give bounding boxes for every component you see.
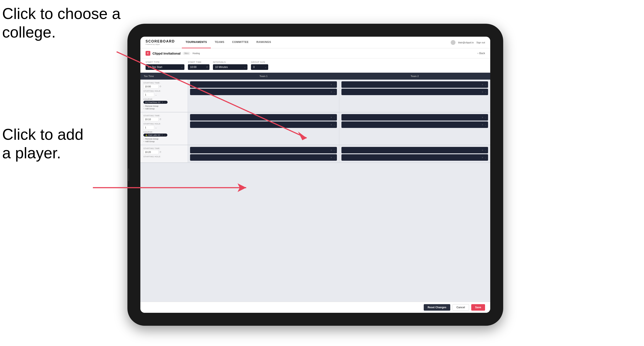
player-slot-1-2[interactable]: ✕ ⌄ (190, 89, 337, 95)
group-left-3: STARTING TIME: ⏱ STARTING HOLE: (140, 145, 188, 163)
group-left-1: STARTING TIME: ⏱ STARTING HOLE: ⌄ COURSE… (140, 80, 188, 112)
add-group-link-2[interactable]: + Add Group (144, 141, 185, 143)
course-arrow-btn-1[interactable]: ⌄ (164, 101, 166, 103)
save-button[interactable]: Save (471, 304, 485, 311)
slot-x-2-2[interactable]: ✕ (330, 124, 332, 126)
slot-arrow-3-t2-2[interactable]: ⌄ (484, 156, 486, 159)
event-type-badge: Men (183, 52, 190, 55)
hole-arrow-1: ⌄ (155, 94, 157, 96)
slot-x-2-1[interactable]: ✕ (330, 116, 332, 119)
tablet-frame: SCOREBOARD Powered by clippd Tournaments… (128, 24, 503, 326)
slot-x-3-t2-1[interactable]: ✕ (482, 149, 483, 152)
slot-arrow-2-2[interactable]: ⌄ (334, 124, 335, 126)
time-icon-2: ⏱ (160, 118, 161, 120)
remove-icon-2: ○ (144, 138, 144, 140)
tablet-side-button (128, 168, 129, 181)
player-slot-3-t2-1[interactable]: ✕ ⌄ (342, 147, 488, 153)
group-team2-1: ✕ ⌄ ✕ ⌄ (339, 80, 490, 112)
add-icon-1: + (144, 108, 144, 110)
group-team2-2: ✕ ⌄ ✕ ⌄ (339, 112, 490, 145)
slot-x-t2-2[interactable]: ✕ (482, 91, 483, 93)
player-slot-3-2[interactable]: ✕ ⌄ (190, 154, 337, 161)
remove-icon-1: ○ (144, 105, 144, 107)
player-slot-1-t2-2[interactable]: ✕ ⌄ (342, 89, 488, 95)
slot-arrow-3-1[interactable]: ⌄ (334, 149, 335, 152)
starting-time-input-2[interactable] (144, 117, 158, 121)
start-type-select[interactable]: 1st Tee Start (146, 64, 184, 70)
tab-teams[interactable]: Teams (211, 37, 228, 48)
start-time-input[interactable] (188, 64, 210, 70)
start-time-input-wrapper (188, 64, 210, 70)
slot-x-t2-1[interactable]: ✕ (482, 83, 483, 86)
group-links-2: ○ Remove Group + Add Group (144, 138, 185, 143)
player-slot-3-t2-2[interactable]: ✕ ⌄ (342, 154, 488, 161)
tab-tournaments[interactable]: Tournaments (182, 37, 211, 48)
group-size-select[interactable]: 3 (251, 64, 268, 70)
slot-arrow-3-t2-1[interactable]: ⌄ (484, 149, 486, 152)
slot-x-3-1[interactable]: ✕ (330, 149, 332, 152)
th-tee-time: Tee Time (140, 73, 188, 80)
player-slot-3-1[interactable]: ✕ ⌄ (190, 147, 337, 153)
group-row-1: STARTING TIME: ⏱ STARTING HOLE: ⌄ COURSE… (140, 80, 490, 112)
tab-committee[interactable]: Committee (228, 37, 253, 48)
hosting-badge: Hosting (192, 52, 200, 55)
starting-hole-label-1: STARTING HOLE: (144, 90, 185, 92)
slot-x-btn[interactable]: ✕ (330, 83, 332, 86)
slot-x-3-2[interactable]: ✕ (330, 156, 332, 159)
logo-subtitle: Powered by clippd (146, 43, 175, 45)
starting-time-input-3[interactable] (144, 150, 158, 154)
remove-group-link-2[interactable]: ○ Remove Group (144, 138, 185, 140)
time-icon-1: ⏱ (160, 85, 161, 88)
slot-arrow-3-2[interactable]: ⌄ (334, 156, 335, 159)
nav-tabs: Tournaments Teams Committee Rankings (182, 37, 451, 48)
slot-arrow-t2-1[interactable]: ⌄ (484, 83, 486, 86)
cancel-button[interactable]: Cancel (452, 304, 469, 311)
event-title-row: C Clippd Invitational Men Hosting (146, 51, 200, 56)
add-group-link-1[interactable]: + Add Group (144, 108, 185, 110)
course-label-1: COURSE: (144, 98, 185, 100)
slot-arrow-t2-2[interactable]: ⌄ (484, 91, 486, 93)
player-slot-1-1[interactable]: ✕ ⌄ (190, 81, 337, 88)
bottom-actions: Reset Changes Cancel Save (140, 302, 490, 313)
course-remove-btn-2[interactable]: ✕ (161, 134, 163, 136)
group-size-group: Group Size 3 (251, 61, 268, 70)
sub-header: C Clippd Invitational Men Hosting ‹ Back (140, 48, 490, 58)
intervals-label: Intervals (213, 61, 248, 63)
player-slot-2-1[interactable]: ✕ ⌄ (190, 114, 337, 121)
start-type-select-wrapper: 1st Tee Start (146, 64, 184, 70)
player-slot-2-2[interactable]: ✕ ⌄ (190, 121, 337, 128)
starting-hole-input-2[interactable] (144, 125, 154, 130)
event-name: Clippd Invitational (152, 52, 180, 55)
remove-group-link-1[interactable]: ○ Remove Group (144, 105, 185, 107)
slot-x-2-t2-1[interactable]: ✕ (482, 116, 483, 119)
intervals-select[interactable]: 10 Minutes (213, 64, 248, 70)
slot-arrow-btn-2[interactable]: ⌄ (334, 91, 335, 93)
slot-arrow-btn[interactable]: ⌄ (334, 83, 335, 86)
course-label-2: COURSE: (144, 131, 185, 133)
course-remove-btn-1[interactable]: ✕ (162, 101, 163, 103)
annotation-bottom: Click to add a player. (2, 125, 83, 163)
clippd-logo: C (146, 51, 150, 56)
player-slot-2-t2-1[interactable]: ✕ ⌄ (342, 114, 488, 121)
slot-arrow-2-t2-1[interactable]: ⌄ (484, 116, 486, 119)
back-button[interactable]: ‹ Back (478, 52, 485, 55)
player-slot-2-t2-2[interactable]: ✕ ⌄ (342, 121, 488, 128)
slot-x-btn-2[interactable]: ✕ (330, 91, 332, 93)
course-tag-2[interactable]: ⛳ East Lake GC ✕ ⌄ (144, 134, 167, 137)
logo-area: SCOREBOARD Powered by clippd (146, 39, 175, 45)
reset-button[interactable]: Reset Changes (424, 304, 450, 311)
group-left-2: STARTING TIME: ⏱ STARTING HOLE: ⌄ COURSE… (140, 112, 188, 145)
starting-time-input-1[interactable] (144, 84, 158, 89)
slot-x-2-t2-2[interactable]: ✕ (482, 124, 483, 126)
slot-arrow-2-t2-2[interactable]: ⌄ (484, 124, 486, 126)
sign-out-link[interactable]: Sign out (476, 41, 485, 44)
starting-time-label-1: STARTING TIME: (144, 82, 185, 84)
course-tag-1[interactable]: (A) Peachtree GC ✕ ⌄ (144, 101, 168, 104)
course-arrow-btn-2[interactable]: ⌄ (164, 134, 166, 136)
starting-hole-input-1[interactable] (144, 93, 154, 97)
player-slot-1-t2-1[interactable]: ✕ ⌄ (342, 81, 488, 88)
slot-x-3-t2-2[interactable]: ✕ (482, 156, 483, 159)
annotation-top: Click to choose a college. (2, 4, 120, 42)
tab-rankings[interactable]: Rankings (252, 37, 275, 48)
slot-arrow-2-1[interactable]: ⌄ (334, 116, 335, 119)
